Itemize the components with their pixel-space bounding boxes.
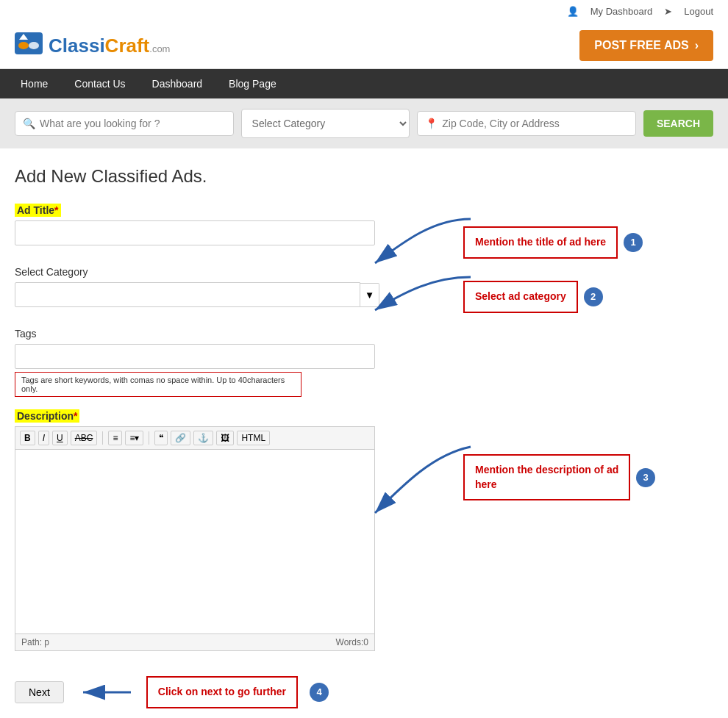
nav-dashboard[interactable]: Dashboard	[139, 69, 216, 98]
editor-footer: Path: p Words:0	[15, 633, 374, 650]
ad-title-highlight: Ad Title*	[15, 204, 61, 217]
description-highlight: Description*	[15, 409, 79, 423]
top-bar: 👤 My Dashboard ➤ Logout	[0, 0, 728, 23]
logo-com: .com	[149, 43, 170, 54]
strikethrough-button[interactable]: ABC	[71, 431, 98, 445]
description-step-badge: 3	[636, 468, 655, 487]
next-arrow-svg	[76, 678, 135, 707]
post-free-ads-button[interactable]: POST FREE ADS ›	[579, 30, 713, 61]
logo: ClassiCraft.com	[15, 32, 170, 59]
toolbar-sep-1	[102, 431, 103, 445]
link-button[interactable]: 🔗	[171, 431, 190, 445]
select-category-label: Select Category	[15, 266, 88, 278]
editor-wrap: B I U ABC ≡ ≡▾ ❝ 🔗 ⚓ 🖼 HTML	[15, 426, 375, 651]
category-annotation: Select ad category 2	[404, 266, 713, 313]
main-content: Add New Classified Ads. Ad Title*	[0, 148, 728, 718]
category-select[interactable]: Select Category Cars Real Estate Jobs El…	[241, 109, 410, 138]
category-callout: Select ad category	[463, 281, 578, 313]
category-section: Select Category ▼	[15, 266, 390, 320]
search-bar: 🔍 Select Category Cars Real Estate Jobs …	[0, 98, 728, 148]
tags-label: Tags	[15, 328, 37, 340]
editor-words: Words:0	[336, 637, 368, 647]
editor-path: Path: p	[21, 637, 49, 647]
ad-title-label: Ad Title*	[15, 204, 61, 216]
logo-craft: Craft	[105, 35, 150, 57]
image-button[interactable]: 🖼	[216, 431, 234, 445]
unordered-list-button[interactable]: ≡	[108, 431, 122, 445]
tags-input[interactable]	[15, 344, 375, 369]
description-annotation: Mention the description of adhere 3	[404, 410, 713, 500]
logo-text: ClassiCraft.com	[49, 35, 170, 57]
anchor-button[interactable]: ⚓	[193, 431, 213, 445]
editor-toolbar: B I U ABC ≡ ≡▾ ❝ 🔗 ⚓ 🖼 HTML	[15, 427, 374, 450]
logo-icon	[15, 32, 44, 59]
category-step-badge: 2	[584, 287, 603, 306]
bold-button[interactable]: B	[20, 431, 35, 445]
required-star-title: *	[54, 204, 58, 216]
blockquote-button[interactable]: ❝	[154, 431, 168, 445]
html-button[interactable]: HTML	[237, 431, 270, 445]
search-input-wrap: 🔍	[15, 111, 234, 136]
nav-home[interactable]: Home	[7, 69, 61, 98]
page-title: Add New Classified Ads.	[15, 166, 713, 187]
next-button[interactable]: Next	[15, 681, 64, 703]
dashboard-link[interactable]: My Dashboard	[590, 6, 653, 17]
next-callout: Click on next to go further	[146, 676, 298, 708]
svg-rect-0	[15, 32, 43, 54]
title-annotation: Mention the title of ad here 1	[404, 204, 713, 259]
toolbar-sep-2	[149, 431, 149, 445]
ad-title-input[interactable]	[15, 220, 375, 245]
search-input[interactable]	[40, 118, 226, 129]
chevron-right-icon: ›	[695, 39, 699, 52]
search-button[interactable]: SEARCH	[643, 110, 713, 137]
header: ClassiCraft.com POST FREE ADS ›	[0, 23, 728, 69]
category-select-row: ▼	[15, 282, 390, 307]
tags-section: Tags Tags are short keywords, with comas…	[15, 328, 713, 397]
required-star-desc: *	[74, 410, 77, 422]
ad-title-section: Ad Title*	[15, 204, 390, 259]
italic-button[interactable]: I	[38, 431, 49, 445]
arrow-icon: ➤	[664, 6, 672, 17]
logo-classi: Classi	[49, 35, 105, 57]
category-select-wrap: Select Category Cars Real Estate Jobs El…	[241, 109, 410, 138]
editor-body[interactable]	[15, 450, 374, 633]
location-icon: 📍	[425, 118, 438, 129]
logout-link[interactable]: Logout	[684, 6, 713, 17]
description-callout: Mention the description of adhere	[463, 454, 630, 500]
next-row: Next Click on next to go further 4	[15, 676, 713, 708]
tags-hint: Tags are short keywords, with comas no s…	[15, 372, 301, 397]
main-nav: Home Contact Us Dashboard Blog Page	[0, 69, 728, 98]
ordered-list-button[interactable]: ≡▾	[125, 431, 143, 445]
location-input-wrap: 📍	[417, 111, 636, 136]
svg-point-2	[29, 42, 39, 49]
search-icon: 🔍	[23, 118, 35, 129]
location-input[interactable]	[442, 118, 628, 129]
svg-point-1	[18, 42, 29, 49]
category-text-input[interactable]	[15, 282, 360, 307]
underline-button[interactable]: U	[52, 431, 68, 445]
title-callout: Mention the title of ad here	[463, 226, 618, 259]
user-icon: 👤	[567, 6, 579, 17]
nav-blog[interactable]: Blog Page	[215, 69, 290, 98]
description-label: Description*	[15, 410, 79, 422]
title-arrow-svg	[360, 212, 478, 270]
title-step-badge: 1	[624, 233, 643, 252]
description-arrow-svg	[360, 439, 478, 528]
nav-contact[interactable]: Contact Us	[61, 69, 138, 98]
category-arrow-svg	[360, 270, 478, 321]
next-step-badge: 4	[310, 683, 329, 702]
description-section: Description* B I U ABC ≡ ≡▾ ❝ 🔗 ⚓	[15, 410, 390, 664]
